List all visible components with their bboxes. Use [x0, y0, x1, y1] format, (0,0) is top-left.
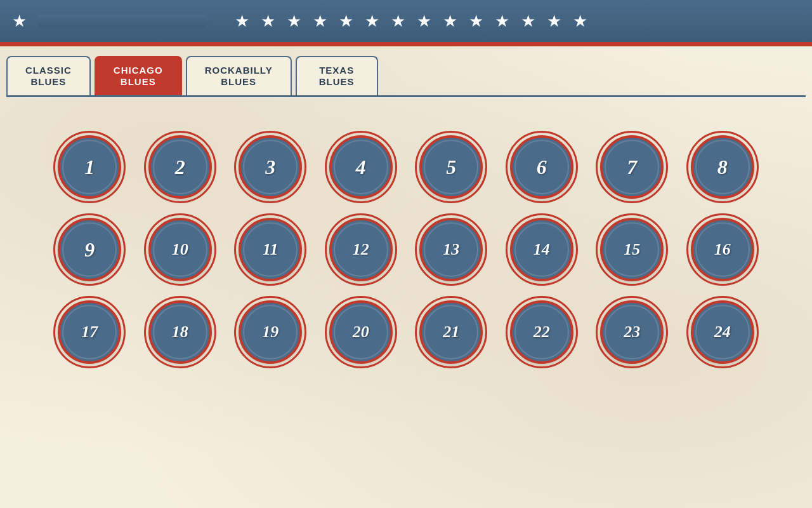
lick-button-21[interactable]: 21 — [419, 300, 483, 364]
lick-number-6: 6 — [537, 156, 547, 179]
star-icon: ★ — [495, 11, 509, 31]
star-icon: ★ — [287, 11, 301, 31]
star-icon: ★ — [417, 11, 431, 31]
lick-grid: 123456789101112131415161718192021222324 — [0, 104, 812, 396]
lick-number-4: 4 — [356, 156, 366, 179]
lick-button-22[interactable]: 22 — [510, 300, 573, 364]
star-icon: ★ — [443, 11, 457, 31]
header: ★ ★ ★ ★ ★ ★ ★ ★ ★ ★ ★ ★ ★ ★ ★ — [0, 0, 812, 44]
tab-classic-blues[interactable]: CLASSICBLUES — [6, 56, 91, 95]
tab-rockabilly-label: ROCKABILLYBLUES — [205, 65, 273, 87]
lick-number-21: 21 — [443, 323, 459, 342]
lick-button-2[interactable]: 2 — [148, 135, 212, 199]
lick-number-12: 12 — [353, 240, 369, 259]
lick-number-16: 16 — [714, 240, 731, 259]
lick-button-7[interactable]: 7 — [600, 135, 664, 199]
lick-button-14[interactable]: 14 — [510, 218, 573, 281]
lick-number-24: 24 — [714, 323, 731, 342]
tabs-container: CLASSICBLUES CHICAGOBLUES ROCKABILLYBLUE… — [6, 46, 806, 97]
lick-number-20: 20 — [353, 323, 369, 342]
lick-button-16[interactable]: 16 — [691, 218, 754, 281]
star-icon: ★ — [313, 11, 327, 31]
star-icon: ★ — [261, 11, 275, 31]
lick-button-1[interactable]: 1 — [58, 135, 121, 199]
lick-number-17: 17 — [81, 323, 98, 342]
lick-number-11: 11 — [263, 240, 278, 259]
lick-button-24[interactable]: 24 — [691, 300, 754, 364]
lick-number-1: 1 — [84, 156, 95, 179]
lick-number-3: 3 — [265, 156, 275, 179]
lick-number-14: 14 — [534, 240, 550, 259]
lick-number-22: 22 — [534, 323, 550, 342]
header-banner — [38, 15, 216, 27]
lick-button-13[interactable]: 13 — [419, 218, 483, 281]
lick-button-18[interactable]: 18 — [148, 300, 212, 364]
lick-button-19[interactable]: 19 — [239, 300, 302, 364]
lick-number-7: 7 — [627, 156, 637, 179]
lick-button-11[interactable]: 11 — [239, 218, 302, 281]
lick-button-12[interactable]: 12 — [329, 218, 393, 281]
lick-number-10: 10 — [172, 240, 188, 259]
lick-button-9[interactable]: 9 — [58, 218, 121, 281]
lick-number-13: 13 — [443, 240, 459, 259]
lick-button-5[interactable]: 5 — [419, 135, 483, 199]
star-icon: ★ — [521, 11, 535, 31]
star-icon: ★ — [573, 11, 587, 31]
header-stars: ★ ★ ★ ★ ★ ★ ★ ★ ★ ★ ★ ★ ★ ★ — [216, 11, 812, 31]
header-left-star: ★ — [0, 11, 38, 31]
lick-number-18: 18 — [172, 323, 188, 342]
tab-texas-label: TEXASBLUES — [319, 65, 355, 87]
star-icon: ★ — [365, 11, 379, 31]
star-icon: ★ — [235, 11, 249, 31]
star-icon: ★ — [469, 11, 483, 31]
tab-texas-blues[interactable]: TEXASBLUES — [296, 56, 378, 95]
tab-chicago-label: CHICAGOBLUES — [114, 65, 163, 87]
tab-rockabilly-blues[interactable]: ROCKABILLYBLUES — [186, 56, 292, 95]
star-icon: ★ — [391, 11, 405, 31]
lick-number-9: 9 — [84, 238, 95, 262]
tab-classic-label: CLASSICBLUES — [25, 65, 72, 87]
star-icon: ★ — [547, 11, 561, 31]
tab-chicago-blues[interactable]: CHICAGOBLUES — [95, 56, 182, 95]
lick-number-5: 5 — [446, 156, 456, 179]
lick-button-3[interactable]: 3 — [239, 135, 302, 199]
lick-button-4[interactable]: 4 — [329, 135, 393, 199]
lick-number-23: 23 — [624, 323, 640, 342]
lick-button-8[interactable]: 8 — [691, 135, 754, 199]
star-icon: ★ — [12, 11, 27, 31]
lick-button-20[interactable]: 20 — [329, 300, 393, 364]
lick-button-17[interactable]: 17 — [58, 300, 121, 364]
lick-number-8: 8 — [717, 156, 728, 179]
lick-button-23[interactable]: 23 — [600, 300, 664, 364]
star-icon: ★ — [339, 11, 353, 31]
lick-button-6[interactable]: 6 — [510, 135, 573, 199]
lick-number-2: 2 — [175, 156, 185, 179]
lick-button-10[interactable]: 10 — [148, 218, 212, 281]
lick-number-19: 19 — [262, 323, 278, 342]
lick-number-15: 15 — [624, 240, 640, 259]
lick-button-15[interactable]: 15 — [600, 218, 664, 281]
